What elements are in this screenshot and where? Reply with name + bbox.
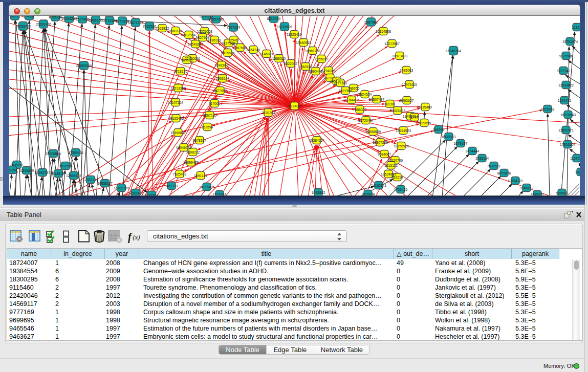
svg-text:8912954: 8912954	[182, 33, 196, 37]
svg-text:15716485: 15716485	[199, 185, 214, 189]
svg-text:2718176: 2718176	[174, 70, 188, 73]
svg-text:12213967: 12213967	[384, 42, 400, 46]
svg-text:2867608: 2867608	[233, 46, 247, 50]
svg-text:12323446: 12323446	[128, 191, 143, 195]
svg-text:20206556: 20206556	[46, 152, 61, 156]
svg-text:6466160: 6466160	[89, 18, 103, 22]
svg-text:253594: 253594	[202, 125, 213, 129]
svg-text:16099489: 16099489	[183, 161, 199, 164]
svg-text:15720407: 15720407	[358, 119, 374, 122]
svg-text:3698222: 3698222	[186, 150, 200, 154]
svg-text:19654923: 19654923	[396, 129, 411, 133]
svg-text:9227342: 9227342	[557, 69, 571, 73]
svg-text:1019334: 1019334	[361, 192, 375, 195]
svg-text:3215958: 3215958	[541, 107, 555, 111]
svg-text:(x): (x)	[133, 233, 140, 241]
svg-text:16154808: 16154808	[376, 30, 391, 33]
svg-text:10653267: 10653267	[61, 17, 77, 20]
svg-text:1362615: 1362615	[299, 65, 313, 69]
svg-text:9327508: 9327508	[222, 41, 235, 45]
svg-text:11121: 11121	[572, 26, 580, 29]
svg-text:9245032: 9245032	[531, 193, 545, 195]
svg-text:9115460: 9115460	[419, 105, 432, 109]
svg-text:8454749: 8454749	[247, 48, 260, 52]
svg-text:7632621: 7632621	[487, 164, 501, 168]
svg-text:12093822: 12093822	[558, 83, 574, 87]
svg-text:9242848: 9242848	[215, 63, 229, 67]
svg-text:9129966: 9129966	[559, 54, 573, 58]
svg-text:10688609: 10688609	[365, 130, 381, 134]
svg-text:6679197: 6679197	[454, 142, 468, 145]
svg-text:21364436: 21364436	[344, 98, 359, 102]
svg-text:1527602: 1527602	[76, 17, 90, 21]
svg-text:f: f	[128, 231, 133, 243]
svg-text:20053346: 20053346	[76, 64, 92, 68]
svg-text:9777169: 9777169	[334, 81, 347, 85]
svg-text:1588520: 1588520	[272, 57, 286, 60]
svg-text:16782759: 16782759	[114, 186, 129, 190]
svg-text:10025433: 10025433	[390, 109, 405, 113]
svg-text:39154: 39154	[9, 168, 17, 172]
svg-text:1167533: 1167533	[570, 157, 580, 160]
svg-text:8938923: 8938923	[442, 135, 456, 139]
svg-text:204557: 204557	[24, 16, 35, 18]
svg-text:19218506: 19218506	[277, 25, 292, 29]
svg-text:9097588: 9097588	[59, 164, 73, 168]
svg-text:15640910: 15640910	[296, 41, 311, 45]
svg-text:14136141: 14136141	[371, 184, 386, 187]
svg-text:12213369: 12213369	[170, 86, 186, 90]
svg-text:2435051: 2435051	[10, 163, 24, 167]
svg-text:10973493: 10973493	[392, 54, 407, 58]
svg-text:1071918: 1071918	[116, 19, 129, 23]
svg-text:14055724: 14055724	[15, 25, 31, 28]
svg-text:8427552: 8427552	[213, 89, 227, 93]
svg-text:8813054: 8813054	[267, 17, 281, 20]
svg-text:114519: 114519	[53, 172, 64, 176]
svg-text:1615112: 1615112	[384, 164, 398, 167]
svg-text:10756928: 10756928	[394, 144, 409, 148]
svg-text:16648784: 16648784	[446, 49, 461, 53]
svg-text:1093842: 1093842	[312, 191, 325, 194]
svg-text:6794028: 6794028	[322, 69, 336, 73]
svg-text:3267130: 3267130	[203, 114, 217, 117]
svg-text:10719185: 10719185	[102, 19, 117, 23]
svg-text:17359934: 17359934	[68, 151, 83, 155]
svg-text:2087682: 2087682	[364, 20, 378, 24]
svg-text:164095: 164095	[433, 128, 445, 132]
svg-text:7163822: 7163822	[156, 27, 169, 30]
svg-text:16210643: 16210643	[560, 113, 576, 117]
svg-text:2546: 2546	[230, 38, 237, 42]
svg-text:19165493: 19165493	[168, 117, 184, 120]
svg-text:1733426: 1733426	[394, 188, 408, 191]
svg-text:9084067: 9084067	[378, 152, 391, 156]
svg-text:11156829: 11156829	[19, 169, 34, 172]
svg-text:11325419: 11325419	[287, 33, 302, 36]
svg-text:19384554: 19384554	[309, 139, 324, 142]
svg-text:12942737: 12942737	[35, 171, 50, 174]
svg-text:9463627: 9463627	[400, 99, 414, 102]
svg-text:62160: 62160	[385, 102, 395, 106]
svg-text:1571648: 1571648	[213, 193, 227, 195]
svg-text:12975115: 12975115	[402, 83, 417, 86]
svg-text:3624554: 3624554	[358, 93, 372, 96]
svg-text:10120746: 10120746	[387, 159, 403, 162]
svg-text:18807249: 18807249	[373, 141, 388, 144]
svg-text:8660124: 8660124	[169, 29, 183, 33]
svg-text:7485063: 7485063	[400, 69, 413, 72]
svg-text:9699695: 9699695	[418, 121, 431, 125]
svg-text:20091406: 20091406	[36, 23, 51, 26]
svg-text:10958117: 10958117	[97, 182, 113, 185]
svg-text:16671355: 16671355	[128, 21, 143, 25]
svg-text:14055: 14055	[10, 16, 20, 18]
svg-text:7955812: 7955812	[315, 57, 329, 61]
svg-text:13692971: 13692971	[558, 128, 574, 132]
svg-text:12505135: 12505135	[66, 174, 81, 178]
svg-text:8444: 8444	[410, 116, 418, 119]
svg-text:1232344: 1232344	[145, 193, 159, 195]
svg-text:19166827: 19166827	[170, 131, 186, 135]
svg-text:7357224: 7357224	[227, 26, 241, 29]
svg-text:8990448: 8990448	[309, 70, 323, 73]
svg-text:9474444: 9474444	[466, 149, 480, 153]
svg-text:2803144: 2803144	[216, 77, 230, 80]
svg-text:924503: 924503	[556, 191, 568, 195]
